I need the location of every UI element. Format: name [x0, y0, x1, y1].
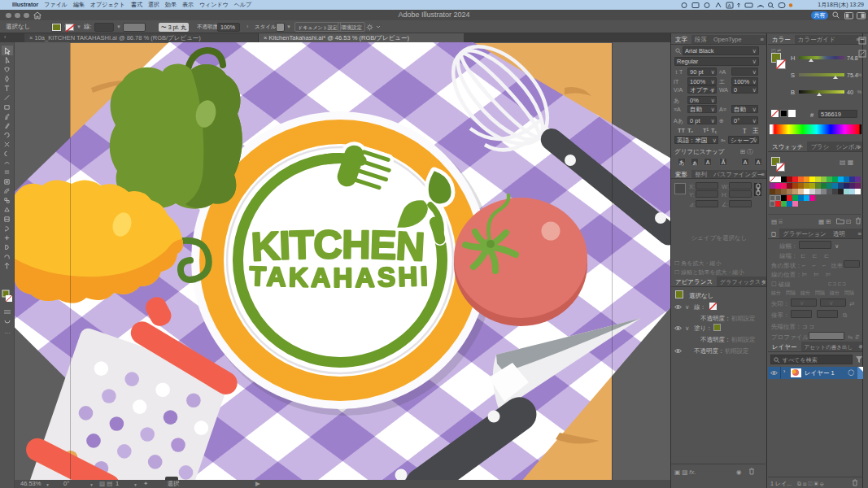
svg-text:…: …: [4, 328, 11, 335]
svg-text:TAKAHASHI: TAKAHASHI: [249, 260, 431, 292]
svg-text:A: A: [728, 3, 731, 8]
